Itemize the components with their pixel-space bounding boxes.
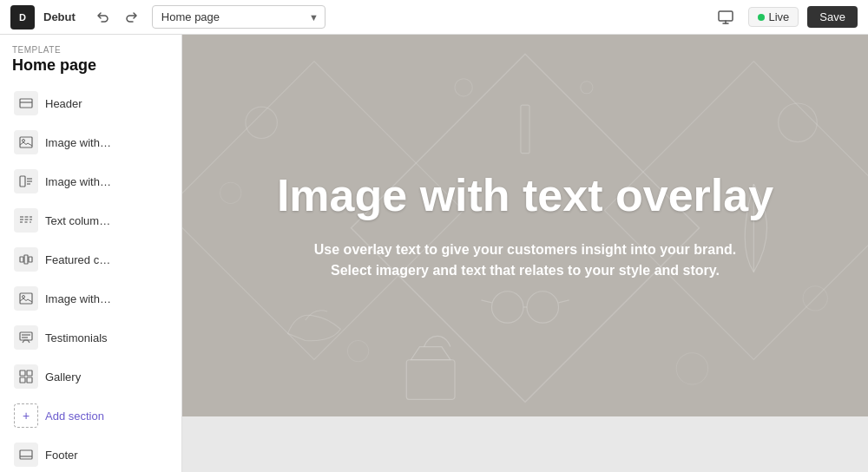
hide-featured-button[interactable]: [121, 251, 138, 269]
undo-icon: [96, 10, 110, 24]
svg-rect-41: [27, 370, 32, 376]
sidebar-item-image-overlay-1[interactable]: Image with text ove... ⋮⋮: [5, 123, 176, 161]
undo-button[interactable]: [91, 7, 115, 28]
hide-overlay-1-button[interactable]: [121, 134, 138, 152]
sidebar-item-testimonials-label: Testimonials: [45, 331, 114, 344]
sidebar-item-gallery[interactable]: Gallery ⋮⋮: [5, 357, 176, 396]
sidebar-item-overlay-1-label: Image with text ove...: [45, 136, 114, 149]
svg-point-52: [455, 79, 472, 96]
image-overlay-2-icon: [14, 286, 38, 311]
svg-rect-5: [20, 137, 32, 148]
eye-icon: [123, 135, 135, 148]
sidebar-item-image-text[interactable]: Image with text ⋮⋮: [5, 162, 176, 200]
sidebar-item-footer-label: Footer: [45, 449, 168, 462]
drag-image-text-button[interactable]: ⋮⋮: [140, 174, 168, 190]
live-badge: Live: [748, 7, 799, 27]
drag-gallery-button[interactable]: ⋮⋮: [140, 369, 168, 385]
svg-point-39: [128, 335, 131, 338]
sidebar-item-header[interactable]: Header: [5, 84, 176, 122]
svg-point-14: [128, 179, 131, 181]
brand-name: Debut: [43, 10, 76, 23]
sidebar-item-header-label: Header: [45, 97, 168, 110]
sidebar-item-testimonials[interactable]: Testimonials ⋮⋮: [5, 318, 176, 357]
sidebar-item-featured-collection[interactable]: Featured collection ⋮⋮: [5, 240, 176, 279]
add-section-plus: +: [23, 409, 30, 423]
canvas-area[interactable]: Image with text overlay Use overlay text…: [182, 35, 868, 472]
svg-rect-0: [719, 11, 733, 21]
svg-point-51: [246, 107, 277, 138]
preview-monitor-button[interactable]: [712, 5, 740, 30]
drag-featured-button[interactable]: ⋮⋮: [140, 252, 168, 268]
redo-icon: [124, 10, 138, 24]
eye-icon: [123, 331, 135, 343]
image-overlay-1-icon: [14, 130, 38, 154]
main-layout: TEMPLATE Home page Header Image with tex…: [0, 35, 868, 472]
add-section-icon: +: [14, 403, 38, 428]
svg-rect-40: [20, 370, 25, 376]
page-selector[interactable]: Home page About Contact Products: [152, 5, 326, 29]
drag-text-columns-button[interactable]: ⋮⋮: [140, 213, 168, 229]
eye-icon: [123, 292, 135, 304]
hero-subtitle-line1: Use overlay text to give your customers …: [286, 239, 764, 260]
svg-rect-27: [24, 255, 28, 264]
page-selector-wrapper: Home page About Contact Products ▼: [152, 5, 326, 29]
add-section-label: Add section: [45, 410, 104, 423]
eye-icon: [123, 213, 135, 226]
header-section-icon: [14, 91, 38, 115]
svg-point-30: [128, 257, 131, 259]
svg-rect-26: [20, 257, 23, 262]
svg-point-34: [128, 296, 131, 298]
app-logo: D: [10, 5, 35, 30]
undo-redo-group: [91, 7, 143, 28]
sidebar-item-gallery-label: Gallery: [45, 370, 114, 384]
hide-text-columns-button[interactable]: [121, 212, 138, 230]
redo-button[interactable]: [119, 7, 143, 28]
featured-collection-icon: [14, 247, 38, 272]
drag-overlay-1-button[interactable]: ⋮⋮: [140, 134, 168, 151]
svg-point-25: [128, 218, 131, 220]
svg-point-6: [23, 140, 25, 142]
add-section-item[interactable]: + Add section: [5, 397, 176, 435]
drag-testimonials-button[interactable]: ⋮⋮: [140, 330, 168, 346]
sidebar-scroll: Header Image with text ove... ⋮⋮: [0, 78, 181, 472]
save-button[interactable]: Save: [807, 6, 858, 28]
eye-icon: [123, 252, 135, 265]
sidebar-page-title: Home page: [12, 56, 169, 75]
hide-image-text-button[interactable]: [121, 173, 138, 191]
svg-point-53: [581, 82, 593, 94]
gallery-icon: [14, 364, 38, 389]
drag-overlay-2-button[interactable]: ⋮⋮: [140, 291, 168, 307]
svg-rect-35: [20, 332, 32, 340]
svg-rect-42: [20, 377, 25, 383]
svg-rect-9: [20, 176, 25, 187]
sidebar: TEMPLATE Home page Header Image with tex…: [0, 35, 182, 472]
image-text-icon: [14, 169, 38, 193]
svg-rect-28: [29, 257, 32, 262]
svg-point-45: [128, 374, 131, 377]
hero-subtitle-line2: Select imagery and text that relates to …: [286, 260, 764, 281]
logo-text: D: [19, 12, 26, 23]
topbar: D Debut Home page About Contact Products…: [0, 0, 868, 35]
footer-icon: [14, 442, 38, 467]
hide-testimonials-button[interactable]: [121, 329, 138, 347]
hide-gallery-button[interactable]: [121, 368, 138, 386]
sidebar-item-overlay-2-label: Image with text ove...: [45, 292, 114, 305]
svg-point-8: [128, 140, 131, 142]
sidebar-item-featured-label: Featured collection: [45, 253, 114, 266]
hero-content: Image with text overlay Use overlay text…: [225, 135, 825, 316]
sidebar-item-text-columns[interactable]: Text columns with i... ⋮⋮: [5, 201, 176, 239]
template-label: TEMPLATE: [12, 45, 169, 55]
hero-section: Image with text overlay Use overlay text…: [182, 35, 868, 416]
sidebar-item-image-overlay-2[interactable]: Image with text ove... ⋮⋮: [5, 279, 176, 318]
eye-icon: [123, 174, 135, 187]
hide-overlay-2-button[interactable]: [121, 290, 138, 308]
sidebar-item-footer[interactable]: Footer: [5, 436, 176, 472]
sidebar-item-image-text-label: Image with text: [45, 175, 114, 188]
sidebar-header: TEMPLATE Home page: [0, 35, 181, 78]
svg-point-32: [23, 296, 25, 298]
svg-rect-46: [20, 450, 32, 459]
text-columns-icon: [14, 208, 38, 233]
svg-point-57: [676, 353, 707, 384]
live-label: Live: [769, 10, 790, 23]
hero-title: Image with text overlay: [277, 170, 773, 222]
